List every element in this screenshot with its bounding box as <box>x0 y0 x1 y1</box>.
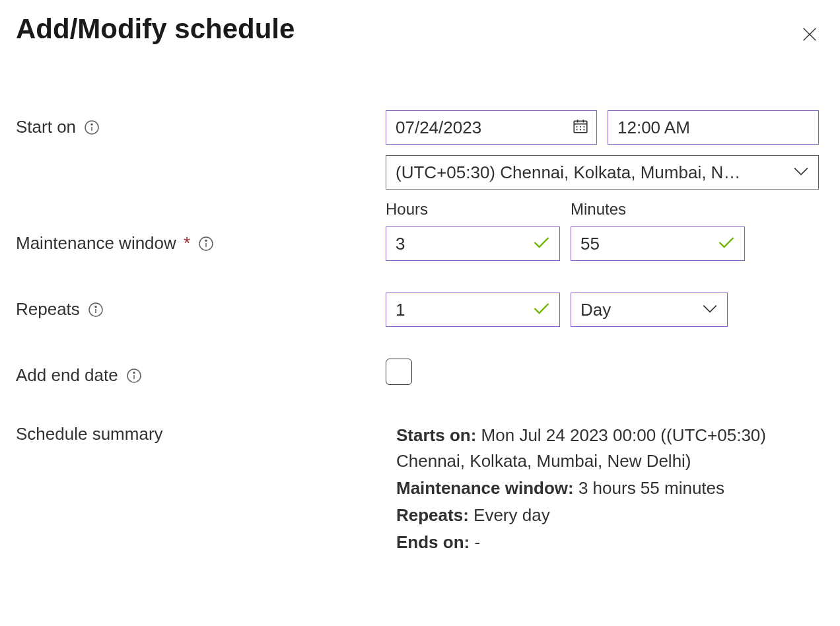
start-on-label: Start on <box>16 117 76 137</box>
info-icon[interactable] <box>84 120 100 135</box>
summary-starts-on-label: Starts on: <box>396 425 476 445</box>
svg-point-4 <box>205 240 207 241</box>
schedule-summary-content: Starts on: Mon Jul 24 2023 00:00 ((UTC+0… <box>386 417 808 557</box>
repeats-label: Repeats <box>16 299 80 320</box>
page-title: Add/Modify schedule <box>16 13 295 45</box>
required-indicator: * <box>184 233 190 253</box>
repeat-unit-select[interactable]: Day <box>571 293 728 327</box>
svg-point-1 <box>91 123 92 125</box>
hours-label: Hours <box>386 200 560 219</box>
minutes-input[interactable] <box>571 226 745 261</box>
svg-point-8 <box>133 372 135 373</box>
close-icon <box>800 36 819 46</box>
add-end-date-label: Add end date <box>16 365 118 386</box>
summary-ends-on-value: - <box>474 532 480 552</box>
svg-point-6 <box>95 306 96 307</box>
start-time-input[interactable] <box>608 110 819 145</box>
maintenance-window-label: Maintenance window <box>16 233 176 253</box>
start-date-input[interactable] <box>386 110 597 145</box>
info-icon[interactable] <box>88 302 104 318</box>
summary-mw-value: 3 hours 55 minutes <box>578 478 724 498</box>
add-end-date-checkbox[interactable] <box>386 359 412 385</box>
hours-input[interactable] <box>386 226 560 261</box>
timezone-select[interactable]: (UTC+05:30) Chennai, Kolkata, Mumbai, N… <box>386 155 819 190</box>
repeat-unit-value: Day <box>571 293 728 327</box>
info-icon[interactable] <box>198 236 214 252</box>
minutes-label: Minutes <box>571 200 745 219</box>
repeat-count-input[interactable] <box>386 293 560 327</box>
summary-mw-label: Maintenance window: <box>396 478 574 498</box>
info-icon[interactable] <box>126 368 142 384</box>
summary-repeats-value: Every day <box>473 505 550 525</box>
schedule-summary-label: Schedule summary <box>16 424 163 444</box>
timezone-value: (UTC+05:30) Chennai, Kolkata, Mumbai, N… <box>386 155 819 190</box>
summary-repeats-label: Repeats: <box>396 505 469 525</box>
summary-ends-on-label: Ends on: <box>396 532 470 552</box>
close-button[interactable] <box>795 20 824 51</box>
